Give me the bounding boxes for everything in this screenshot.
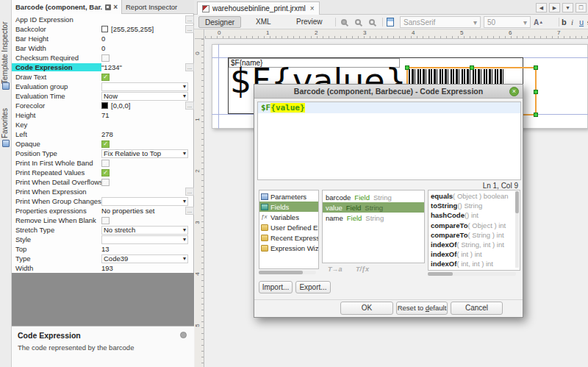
property-value[interactable]: ✓ ▾ (101, 187, 194, 196)
rail-tab-template-inspector[interactable]: Template Inspector (1, 16, 11, 84)
method-list-item[interactable]: equals( Object ) boolean (431, 192, 520, 202)
tab-list-icon[interactable]: ▼ (562, 3, 573, 13)
zoom-out-icon[interactable] (369, 19, 375, 25)
property-value[interactable]: ✓ Code39 ▾ Code39 (101, 254, 194, 263)
property-row[interactable]: Print When Detail Overflows ✓ ▾ ... (12, 177, 194, 187)
method-list-item[interactable]: hashCode() int (431, 211, 520, 221)
property-combo[interactable]: ▾ (101, 82, 188, 91)
property-value[interactable]: ✓ Fix Relative to Top ▾ Fix Relative to … (101, 149, 194, 158)
property-value[interactable]: ✓ ▾ (101, 196, 194, 206)
resize-handle[interactable] (534, 65, 538, 70)
property-combo[interactable]: ▾ (101, 235, 188, 244)
property-row[interactable]: Style ✓ ▾ ... (12, 235, 194, 244)
method-list-item[interactable]: toString() String (431, 202, 520, 211)
property-value[interactable]: ✓ ▾ (101, 82, 194, 91)
field-list-item[interactable]: barcode Field String (323, 192, 424, 202)
property-value[interactable]: ✓ Now ▾ Now (101, 91, 194, 101)
property-value[interactable]: ✓ ▾ (101, 139, 194, 149)
increase-font-icon[interactable]: A▲ (534, 16, 544, 28)
close-icon[interactable]: × (113, 3, 118, 11)
expression-line[interactable]: $F{value} (258, 102, 520, 113)
field-list-item[interactable]: name Field String (323, 213, 424, 223)
method-list-item[interactable]: indexOf( int ) int (431, 250, 520, 260)
maximize-icon[interactable]: □ (576, 3, 587, 13)
checkbox[interactable]: ✓ (101, 160, 110, 167)
property-row[interactable]: Print Repeated Values ✓ ▾ ... (12, 168, 194, 177)
close-icon[interactable]: × (310, 4, 315, 13)
next-tab-icon[interactable]: ▶ (549, 3, 560, 13)
tab-barcode-properties[interactable]: Barcode (component, Bar... × (12, 0, 122, 14)
tree-item[interactable]: Recent Expressions (259, 232, 318, 243)
color-swatch[interactable] (101, 102, 108, 109)
zoom-in-icon[interactable] (355, 19, 361, 25)
export-button[interactable]: Export... (295, 281, 331, 293)
property-value[interactable]: ✓ 71 ▾ 71 (101, 110, 194, 120)
property-row[interactable]: App ID Expression ✓ ▾ ... (12, 15, 194, 24)
reset-to-default-button[interactable]: Reset to default (396, 302, 448, 315)
property-value[interactable]: ✓ ▾ (101, 15, 194, 24)
property-combo[interactable]: No stretch ▾ (101, 226, 188, 235)
property-value[interactable]: ✓ ▾ (101, 72, 194, 82)
resize-handle[interactable] (534, 113, 538, 117)
property-value[interactable]: ✓ ▾ (101, 120, 194, 129)
expression-editor[interactable]: $F{value} (257, 101, 521, 180)
property-row[interactable]: Position Type ✓ Fix Relative to Top ▾ Fi… (12, 149, 194, 158)
font-size-select[interactable]: 50 ▾ (484, 16, 531, 28)
resize-handle[interactable] (470, 65, 474, 70)
zoom-icon[interactable] (341, 19, 347, 25)
dialog-titlebar[interactable]: Barcode (component, Barbecue) - Code Exp… (254, 85, 523, 99)
tab-report-inspector[interactable]: Report Inspector (122, 0, 181, 14)
ellipsis-button[interactable]: ... (185, 15, 194, 24)
bold-icon[interactable]: b (562, 16, 571, 28)
color-swatch[interactable] (101, 26, 108, 32)
cancel-button[interactable]: Cancel (451, 302, 503, 315)
property-row[interactable]: Left ✓ 278 ▾ 278 ... (12, 129, 194, 139)
property-row[interactable]: Key ✓ ▾ ... (12, 120, 194, 129)
tree-horizontal-scrollbar[interactable] (259, 271, 316, 274)
import-button[interactable]: Import... (259, 281, 293, 293)
property-row[interactable]: Print When Group Changes ✓ ▾ ... (12, 196, 194, 206)
property-value[interactable]: ✓ 0 ▾ 0 (101, 34, 194, 43)
preview-view-button[interactable]: Preview (290, 16, 329, 28)
property-row[interactable]: Opaque ✓ ▾ ... (12, 139, 194, 149)
property-value[interactable]: ✓ ▾ (101, 158, 194, 168)
ellipsis-button[interactable]: ... (185, 207, 194, 215)
method-list-item[interactable]: compareTo( String ) int (431, 231, 520, 240)
report-properties-icon[interactable] (387, 18, 394, 26)
minimize-window-icon[interactable] (105, 4, 111, 10)
checkbox[interactable]: ✓ (101, 179, 110, 186)
xml-view-button[interactable]: XML (250, 16, 277, 28)
checkbox[interactable]: ✓ (101, 54, 110, 62)
tree-item[interactable]: User Defined Expressions (259, 222, 318, 232)
tree-item[interactable]: Fields (259, 202, 318, 212)
property-value[interactable]: ✓ 13 ▾ 13 (101, 244, 194, 254)
property-row[interactable]: Evaluation Time ✓ Now ▾ Now ... (12, 91, 194, 101)
property-row[interactable]: Print In First Whole Band ✓ ▾ ... (12, 158, 194, 168)
prev-tab-icon[interactable]: ◀ (536, 3, 547, 13)
property-row[interactable]: Evaluation group ✓ ▾ ... (12, 82, 194, 91)
property-value[interactable]: ✓ 278 ▾ 278 (101, 129, 194, 139)
property-value[interactable]: ✓ ▾ (101, 215, 194, 225)
property-value[interactable]: ✓ 0 ▾ 0 (101, 43, 194, 53)
ok-button[interactable]: OK (340, 302, 393, 315)
property-combo[interactable]: Fix Relative to Top ▾ (101, 149, 188, 158)
checkbox[interactable]: ✓ (101, 74, 110, 81)
property-row[interactable]: Backcolor ✓ [255,255,255] ▾ [255,255,255… (12, 24, 194, 34)
property-row[interactable]: Remove Line When Blank ✓ ▾ ... (12, 215, 194, 225)
property-value[interactable]: ✓ ▾ (101, 235, 194, 244)
dialog-close-icon[interactable]: × (509, 87, 519, 96)
property-row[interactable]: Width ✓ 193 ▾ 193 ... (12, 263, 194, 273)
property-row[interactable]: Draw Text ✓ ▾ ... (12, 72, 194, 82)
property-combo[interactable]: Code39 ▾ (101, 254, 188, 263)
property-value[interactable]: ✓ 193 ▾ 193 (101, 263, 194, 273)
tree-item[interactable]: Variables (259, 212, 318, 222)
checkbox[interactable]: ✓ (101, 169, 110, 177)
property-combo[interactable]: ▾ (101, 197, 188, 206)
method-list-item[interactable]: indexOf( int, int ) int (431, 260, 520, 269)
property-row[interactable]: Properties expressions ✓ No properties s… (12, 206, 194, 215)
property-row[interactable]: Forecolor ✓ [0,0,0] ▾ [0,0,0] ... (12, 101, 194, 110)
resize-handle[interactable] (534, 90, 538, 94)
text-function-icon[interactable]: T/ƒx (356, 266, 369, 273)
ellipsis-button[interactable]: ... (185, 25, 194, 33)
property-combo[interactable]: Now ▾ (101, 92, 188, 101)
